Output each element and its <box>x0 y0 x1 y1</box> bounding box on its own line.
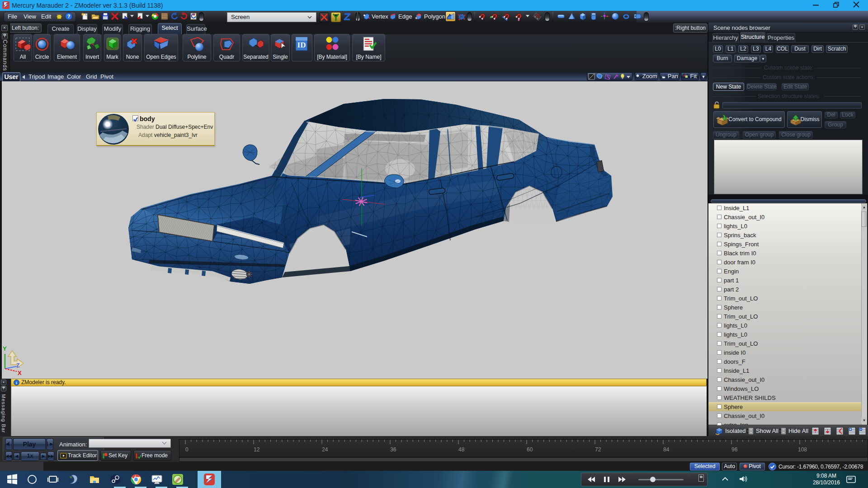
svg-text:ID: ID <box>297 41 306 49</box>
svg-text:X: X <box>18 370 22 376</box>
svg-text:Z: Z <box>16 362 19 369</box>
svg-text:Y: Y <box>3 345 7 352</box>
svg-text:?: ? <box>67 14 71 19</box>
